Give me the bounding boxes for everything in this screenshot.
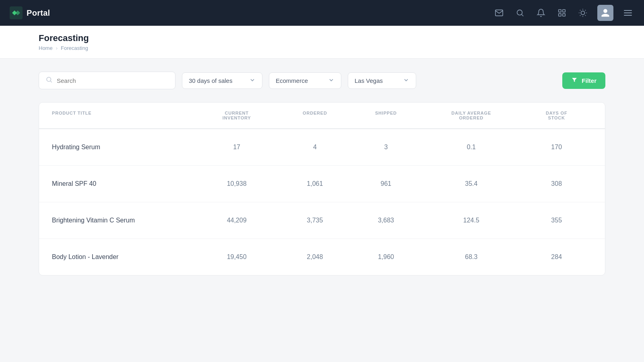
cell-days-of-stock: 170 (521, 129, 592, 165)
cell-daily-average: 35.4 (421, 166, 521, 202)
breadcrumb-area: Forecasting Home › Forecasting (0, 26, 644, 59)
toolbar: 30 days of sales Ecommerce Las Vegas (39, 72, 605, 89)
breadcrumb-current: Forecasting (61, 45, 88, 51)
cell-current-inventory: 19,450 (194, 239, 279, 275)
page-title: Forecasting (39, 33, 605, 43)
sales-period-chevron-icon (249, 77, 256, 84)
topnav: Portal (0, 0, 644, 26)
location-dropdown[interactable]: Las Vegas (348, 72, 416, 89)
data-table: PRODUCT TITLE CURRENTINVENTORY ORDERED S… (39, 102, 605, 276)
sales-period-label: 30 days of sales (189, 77, 232, 84)
search-icon (45, 76, 53, 85)
avatar[interactable] (597, 5, 613, 21)
cell-ordered: 1,061 (279, 166, 351, 202)
cell-current-inventory: 44,209 (194, 202, 279, 239)
table-row: Brightening Vitamin C Serum 44,209 3,735… (39, 202, 605, 239)
col-header-current-inventory: CURRENTINVENTORY (194, 103, 279, 128)
svg-rect-3 (563, 10, 565, 12)
search-box[interactable] (39, 72, 175, 89)
cell-shipped: 1,960 (351, 239, 422, 275)
cell-current-inventory: 10,938 (194, 166, 279, 202)
channel-chevron-icon (328, 77, 334, 84)
cell-shipped: 961 (351, 166, 422, 202)
logo-icon (10, 6, 23, 19)
col-header-days-of-stock: DAYS OFSTOCK (521, 103, 592, 128)
table-row: Hydrating Serum 17 4 3 0.1 170 (39, 129, 605, 166)
col-header-ordered: ORDERED (279, 103, 351, 128)
theme-icon[interactable] (576, 6, 589, 19)
svg-point-1 (517, 10, 522, 15)
logo-area: Portal (10, 6, 486, 19)
inbox-icon[interactable] (493, 6, 506, 19)
table-row: Body Lotion - Lavender 19,450 2,048 1,96… (39, 239, 605, 275)
breadcrumb-home[interactable]: Home (39, 45, 53, 51)
svg-rect-4 (559, 14, 561, 16)
filter-icon (571, 77, 578, 84)
svg-point-7 (47, 77, 51, 82)
cell-daily-average: 0.1 (421, 129, 521, 165)
cell-shipped: 3 (351, 129, 422, 165)
apps-icon[interactable] (555, 6, 568, 19)
table-body: Hydrating Serum 17 4 3 0.1 170 Mineral S… (39, 129, 605, 275)
nav-icons (493, 5, 634, 21)
breadcrumb: Home › Forecasting (39, 45, 605, 51)
svg-rect-2 (559, 10, 561, 12)
cell-daily-average: 124.5 (421, 202, 521, 239)
col-header-product-title: PRODUCT TITLE (52, 103, 194, 128)
cell-days-of-stock: 284 (521, 239, 592, 275)
svg-point-6 (581, 11, 584, 14)
cell-current-inventory: 17 (194, 129, 279, 165)
location-label: Las Vegas (355, 77, 383, 84)
app-title: Portal (27, 8, 50, 18)
bell-icon[interactable] (535, 6, 547, 19)
col-header-daily-average: DAILY AVERAGEORDERED (421, 103, 521, 128)
cell-product-title: Mineral SPF 40 (52, 166, 194, 202)
cell-product-title: Hydrating Serum (52, 129, 194, 165)
cell-daily-average: 68.3 (421, 239, 521, 275)
filter-label: Filter (582, 77, 597, 84)
cell-product-title: Body Lotion - Lavender (52, 239, 194, 275)
breadcrumb-separator: › (56, 45, 58, 51)
cell-ordered: 2,048 (279, 239, 351, 275)
col-header-shipped: SHIPPED (351, 103, 422, 128)
cell-days-of-stock: 355 (521, 202, 592, 239)
table-header: PRODUCT TITLE CURRENTINVENTORY ORDERED S… (39, 103, 605, 129)
cell-shipped: 3,683 (351, 202, 422, 239)
menu-icon[interactable] (621, 8, 634, 18)
svg-rect-5 (563, 14, 565, 16)
cell-days-of-stock: 308 (521, 166, 592, 202)
cell-product-title: Brightening Vitamin C Serum (52, 202, 194, 239)
cell-ordered: 4 (279, 129, 351, 165)
sales-period-dropdown[interactable]: 30 days of sales (182, 72, 262, 89)
search-input[interactable] (57, 77, 169, 84)
search-nav-icon[interactable] (514, 6, 526, 19)
channel-dropdown[interactable]: Ecommerce (269, 72, 341, 89)
table-row: Mineral SPF 40 10,938 1,061 961 35.4 308 (39, 166, 605, 202)
channel-label: Ecommerce (276, 77, 308, 84)
main-content: 30 days of sales Ecommerce Las Vegas (0, 59, 644, 288)
location-chevron-icon (403, 77, 409, 84)
filter-button[interactable]: Filter (562, 72, 605, 89)
cell-ordered: 3,735 (279, 202, 351, 239)
